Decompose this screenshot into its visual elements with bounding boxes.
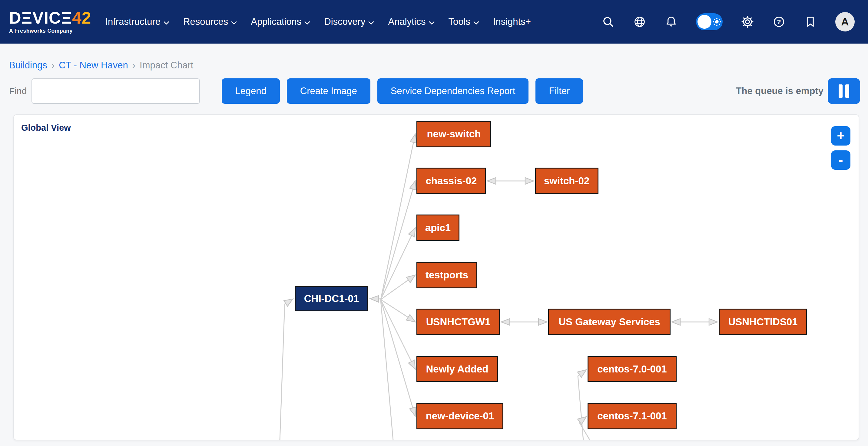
find-input[interactable] (31, 78, 200, 104)
navbar-actions: ? A (601, 12, 855, 31)
impact-chart-canvas[interactable]: Global View + - CHI-DC1-01new-switchchas… (14, 115, 859, 440)
device42-logo[interactable]: DΞVICΞ42 A Freshworks Company (9, 10, 91, 34)
find-label: Find (9, 86, 27, 96)
zoom-in-button[interactable]: + (831, 126, 850, 145)
chevron-down-icon (163, 16, 169, 27)
user-avatar[interactable]: A (835, 12, 855, 31)
notifications-bell-icon[interactable] (664, 15, 678, 28)
columns-icon (839, 84, 849, 98)
svg-text:?: ? (777, 18, 781, 26)
chart-node-new-device-01[interactable]: new-device-01 (416, 403, 503, 430)
bookmark-icon[interactable] (804, 15, 817, 28)
filter-button[interactable]: Filter (535, 78, 583, 104)
help-icon[interactable]: ? (772, 15, 786, 28)
breadcrumb-separator: › (132, 60, 135, 71)
breadcrumb-separator: › (52, 60, 55, 71)
chevron-down-icon (473, 16, 479, 27)
chart-node-chi-dc1-01[interactable]: CHI-DC1-01 (295, 286, 368, 311)
chart-node-newly-added[interactable]: Newly Added (416, 356, 498, 382)
chart-toolbar: Find Legend Create Image Service Depende… (9, 78, 860, 104)
chevron-down-icon (429, 16, 435, 27)
menu-applications[interactable]: Applications (251, 16, 310, 27)
zoom-out-button[interactable]: - (831, 150, 850, 170)
chart-node-testports[interactable]: testports (416, 262, 477, 288)
menu-resources[interactable]: Resources (183, 16, 237, 27)
queue-panel-button[interactable] (828, 78, 860, 104)
chart-node-usnhctgw1[interactable]: USNHCTGW1 (416, 309, 500, 335)
chart-node-switch-02[interactable]: switch-02 (535, 168, 598, 194)
chart-node-apic1[interactable]: apic1 (416, 214, 460, 241)
chart-view-title: Global View (21, 123, 71, 133)
chart-node-centos-7-0-001[interactable]: centos-7.0-001 (588, 356, 677, 382)
breadcrumb: Buildings › CT - New Haven › Impact Char… (9, 60, 193, 71)
chevron-down-icon (304, 16, 310, 27)
globe-icon[interactable] (633, 15, 646, 28)
freshworks-tagline: A Freshworks Company (9, 28, 91, 34)
chevron-down-icon (368, 16, 374, 27)
chart-node-us-gateway-services[interactable]: US Gateway Services (548, 309, 671, 335)
breadcrumb-buildings[interactable]: Buildings (9, 60, 47, 71)
queue-status: The queue is empty (736, 85, 824, 97)
sun-icon (712, 17, 721, 26)
main-menu: Infrastructure Resources Applications Di… (105, 16, 531, 27)
menu-analytics[interactable]: Analytics (388, 16, 434, 27)
menu-discovery[interactable]: Discovery (324, 16, 374, 27)
breadcrumb-impact-chart: Impact Chart (140, 60, 193, 71)
search-icon[interactable] (601, 15, 615, 28)
impact-chart-panel: Global View + - CHI-DC1-01new-switchchas… (13, 114, 859, 440)
service-dependencies-report-button[interactable]: Service Dependencies Report (377, 78, 529, 104)
chart-node-centos-7-1-001[interactable]: centos-7.1-001 (588, 403, 677, 430)
menu-tools[interactable]: Tools (448, 16, 479, 27)
chart-node-chassis-02[interactable]: chassis-02 (416, 168, 486, 194)
chart-node-usnhctids01[interactable]: USNHCTIDS01 (719, 309, 807, 335)
breadcrumb-ct-new-haven[interactable]: CT - New Haven (59, 60, 128, 71)
theme-toggle[interactable] (696, 13, 723, 30)
settings-gear-icon[interactable] (741, 15, 754, 28)
top-navbar: DΞVICΞ42 A Freshworks Company Infrastruc… (0, 0, 868, 43)
chevron-down-icon (231, 16, 237, 27)
legend-button[interactable]: Legend (222, 78, 280, 104)
chart-node-new-switch[interactable]: new-switch (416, 121, 491, 147)
toggle-knob (698, 15, 711, 29)
menu-insights[interactable]: Insights+ (493, 16, 531, 27)
create-image-button[interactable]: Create Image (287, 78, 370, 104)
menu-infrastructure[interactable]: Infrastructure (105, 16, 169, 27)
device42-logo-text: DΞVICΞ42 (9, 10, 91, 26)
